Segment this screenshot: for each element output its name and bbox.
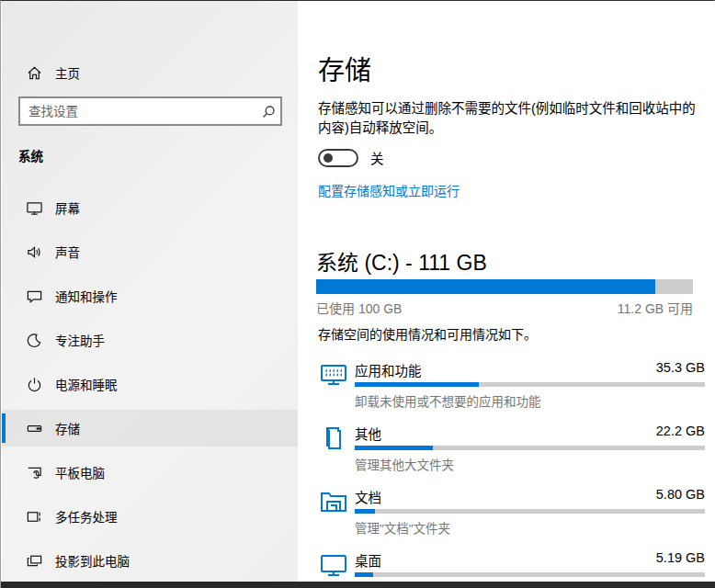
home-icon xyxy=(25,63,43,82)
storage-category-list: 应用和功能 35.3 GB 卸载未使用或不想要的应用和功能 其他 22.2 GB… xyxy=(318,357,705,588)
category-subtitle: 管理其他大文件夹 xyxy=(355,455,454,473)
main-content: 存储 存储感知可以通过删除不需要的文件(例如临时文件和回收站中的内容)自动释放空… xyxy=(298,1,715,582)
sidebar-item-label: 电源和睡眠 xyxy=(55,375,118,393)
sidebar-item-power-sleep[interactable]: 电源和睡眠 xyxy=(2,366,298,402)
storage-sense-toggle-row: 关 xyxy=(318,148,384,167)
storage-icon xyxy=(25,419,43,437)
drive-usage-labels: 已使用 100 GB 11.2 GB 可用 xyxy=(316,299,693,317)
drive-usage-bar xyxy=(316,279,693,294)
category-bar-fill xyxy=(355,572,373,577)
sidebar-item-focus-assist[interactable]: 专注助手 xyxy=(2,322,298,358)
storage-sense-description: 存储感知可以通过删除不需要的文件(例如临时文件和回收站中的内容)自动释放空间。 xyxy=(318,99,698,138)
used-space-label: 已使用 100 GB xyxy=(316,299,402,317)
category-bar xyxy=(355,509,705,514)
sidebar-item-label: 投影到此电脑 xyxy=(55,551,130,570)
search-icon[interactable] xyxy=(256,99,280,123)
display-icon xyxy=(25,198,43,217)
focus-assist-icon xyxy=(25,331,43,349)
category-bar-fill xyxy=(355,509,375,514)
category-name: 其他 xyxy=(355,424,381,443)
sidebar-item-label: 主页 xyxy=(55,63,80,82)
sidebar-item-display[interactable]: 屏幕 xyxy=(2,189,298,226)
sidebar-item-label: 专注助手 xyxy=(55,331,105,349)
toggle-state-label: 关 xyxy=(370,148,384,167)
category-bar-fill xyxy=(355,446,433,450)
sidebar-item-project[interactable]: 投影到此电脑 xyxy=(2,542,298,579)
category-subtitle: 管理"文档"文件夹 xyxy=(355,518,450,537)
category-size: 35.3 GB xyxy=(656,360,705,375)
drive-heading: 系统 (C:) - 111 GB xyxy=(316,245,487,277)
sidebar-item-label: 存储 xyxy=(55,419,80,437)
sidebar-nav-list: 屏幕 声音 通知和操作 专注助手 xyxy=(2,189,298,586)
storage-sense-toggle[interactable] xyxy=(318,149,358,167)
bottom-edge-strip xyxy=(1,582,715,588)
category-name: 文档 xyxy=(355,487,381,506)
desktop-icon xyxy=(318,549,349,581)
category-subtitle: 卸载未使用或不想要的应用和功能 xyxy=(355,391,541,410)
sidebar-item-tablet[interactable]: 平板电脑 xyxy=(2,454,298,491)
sidebar-item-label: 通知和操作 xyxy=(55,287,118,305)
category-bar-fill xyxy=(355,382,479,387)
sidebar-item-label: 多任务处理 xyxy=(55,507,118,526)
sidebar-item-multitasking[interactable]: 多任务处理 xyxy=(2,498,298,535)
category-bar xyxy=(355,382,705,387)
category-name: 应用和功能 xyxy=(355,360,422,379)
category-row-other[interactable]: 其他 22.2 GB 管理其他大文件夹 xyxy=(318,421,705,484)
configure-storage-sense-link[interactable]: 配置存储感知或立即运行 xyxy=(318,181,460,199)
page-title: 存储 xyxy=(318,49,371,87)
category-name: 桌面 xyxy=(355,550,381,570)
other-folders-icon xyxy=(318,423,349,454)
multitasking-icon xyxy=(25,507,43,526)
documents-icon xyxy=(318,486,349,517)
selected-indicator xyxy=(2,413,6,443)
sidebar-section-system: 系统 xyxy=(18,146,43,164)
free-space-label: 11.2 GB 可用 xyxy=(618,299,693,317)
sidebar-item-label: 屏幕 xyxy=(55,198,80,217)
settings-search-box xyxy=(18,96,282,126)
sidebar-item-sound[interactable]: 声音 xyxy=(2,233,298,270)
notifications-icon xyxy=(25,287,43,305)
sidebar: 主页 系统 屏幕 声音 xyxy=(2,1,298,582)
drive-usage-bar-fill xyxy=(316,279,655,294)
usage-caption: 存储空间的使用情况和可用情况如下。 xyxy=(318,324,537,343)
tablet-icon xyxy=(25,463,43,481)
sidebar-item-label: 声音 xyxy=(55,243,80,261)
category-bar xyxy=(355,446,705,450)
search-input[interactable] xyxy=(20,105,256,119)
sidebar-item-storage[interactable]: 存储 xyxy=(2,410,298,447)
sidebar-item-notifications[interactable]: 通知和操作 xyxy=(2,277,298,314)
sidebar-item-home[interactable]: 主页 xyxy=(2,56,298,89)
category-row-apps[interactable]: 应用和功能 35.3 GB 卸载未使用或不想要的应用和功能 xyxy=(318,357,705,421)
sidebar-item-label: 平板电脑 xyxy=(55,463,105,481)
speaker-icon xyxy=(25,243,43,261)
category-bar xyxy=(355,572,705,577)
category-size: 5.80 GB xyxy=(656,487,705,502)
power-icon xyxy=(25,375,43,393)
project-icon xyxy=(25,551,43,570)
category-size: 22.2 GB xyxy=(656,424,705,438)
category-size: 5.19 GB xyxy=(656,550,705,565)
settings-window: ← 设置 — ✕ 主页 系统 xyxy=(0,0,715,588)
toggle-knob-icon xyxy=(323,153,333,163)
category-row-documents[interactable]: 文档 5.80 GB 管理"文档"文件夹 xyxy=(318,484,705,548)
apps-icon xyxy=(318,359,349,390)
